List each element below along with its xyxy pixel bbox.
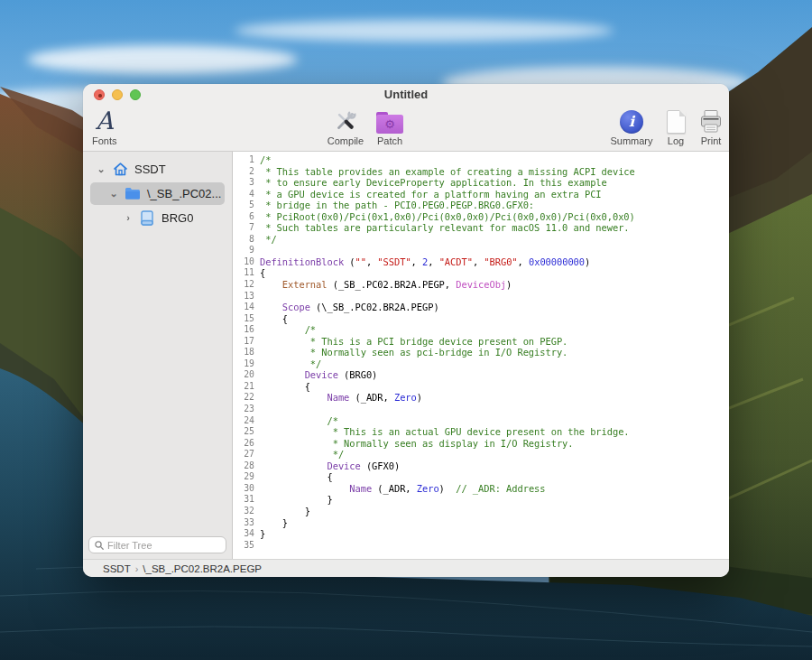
summary-button[interactable]: i Summary — [606, 107, 657, 146]
code-line: 23 — [233, 404, 729, 415]
code-text: { — [260, 471, 333, 483]
code-text: Name (_ADR, Zero) // _ADR: Address — [260, 483, 546, 495]
code-line: 1/* — [233, 154, 729, 166]
chevron-down-icon[interactable]: ⌄ — [96, 164, 106, 174]
line-number: 1 — [233, 154, 260, 166]
code-text: * This is a PCI bridge device present on… — [260, 336, 567, 348]
line-number: 24 — [233, 415, 260, 427]
line-number: 19 — [233, 358, 260, 370]
patch-button[interactable]: ⚙ Patch — [372, 107, 408, 146]
line-number: 26 — [233, 438, 260, 450]
window-chrome: Untitled A Fonts — [83, 84, 729, 152]
app-window: Untitled A Fonts — [83, 84, 729, 577]
print-button[interactable]: Print — [695, 107, 727, 146]
code-text: { — [260, 267, 265, 279]
line-number: 22 — [233, 392, 260, 404]
code-text: DefinitionBlock ("", "SSDT", 2, "ACDT", … — [260, 256, 590, 268]
code-text: External (_SB_.PC02.BR2A.PEGP, DeviceObj… — [260, 279, 512, 291]
acpi-tree: ⌄ SSDT ⌄ — [83, 152, 232, 230]
chevron-right-icon[interactable]: › — [123, 213, 134, 223]
tree-item-label: BRG0 — [161, 211, 193, 225]
code-text: * Normally seen as display in I/O Regist… — [260, 438, 574, 450]
line-number: 14 — [233, 302, 260, 313]
code-line: 2 * This table provides an example of cr… — [233, 166, 729, 178]
code-line: 20 Device (BRG0) — [233, 369, 729, 381]
chevron-down-icon[interactable]: ⌄ — [108, 189, 119, 199]
code-line: 18 * Normally seen as pci-bridge in I/O … — [233, 347, 729, 358]
patch-folder-icon: ⚙ — [376, 112, 403, 134]
printer-icon — [699, 109, 723, 134]
line-number: 29 — [233, 471, 260, 483]
line-number: 28 — [233, 460, 260, 472]
code-text: */ — [260, 358, 321, 370]
fonts-button[interactable]: A Fonts — [92, 107, 117, 146]
status-bar: SSDT › \_SB_.PC02.BR2A.PEGP — [83, 559, 729, 577]
code-text: * to ensure early DeviceProperty applica… — [260, 177, 607, 189]
fonts-icon: A — [96, 108, 114, 134]
filter-tree-input[interactable]: Filter Tree — [88, 536, 226, 553]
code-line: 12 External (_SB_.PC02.BR2A.PEGP, Device… — [233, 279, 729, 291]
code-line: 17 * This is a PCI bridge device present… — [233, 336, 729, 348]
fonts-label: Fonts — [92, 135, 117, 146]
tree-item-label: \_SB_.PC02... — [147, 187, 221, 200]
code-editor[interactable]: 1/*2 * This table provides an example of… — [233, 152, 729, 559]
line-number: 9 — [233, 245, 260, 256]
code-line: 33 } — [233, 517, 729, 529]
line-number: 15 — [233, 313, 260, 325]
code-text: /* — [260, 415, 338, 427]
code-line: 30 Name (_ADR, Zero) // _ADR: Address — [233, 483, 729, 495]
home-icon — [112, 162, 128, 178]
breadcrumb-separator: › — [135, 563, 139, 574]
folder-icon — [125, 186, 141, 202]
line-number: 21 — [233, 381, 260, 393]
code-text: } — [260, 528, 265, 540]
code-line: 19 */ — [233, 358, 729, 370]
code-line: 14 Scope (\_SB_.PC02.BR2A.PEGP) — [233, 302, 729, 313]
code-line: 9 — [233, 245, 729, 256]
line-number: 5 — [233, 200, 260, 211]
log-document-icon — [667, 110, 686, 134]
code-line: 16 /* — [233, 324, 729, 336]
code-line: 24 /* — [233, 415, 729, 427]
code-text: * Such tables are particularly relevant … — [260, 222, 630, 234]
tree-item-sb-pc02[interactable]: ⌄ \_SB_.PC02... — [83, 181, 232, 206]
tree-item-ssdt[interactable]: ⌄ SSDT — [83, 157, 232, 181]
compile-label: Compile — [328, 135, 364, 146]
line-number: 23 — [233, 404, 260, 415]
line-number: 30 — [233, 483, 260, 495]
line-number: 8 — [233, 234, 260, 246]
code-line: 32 } — [233, 506, 729, 517]
code-line: 35 — [233, 540, 729, 552]
log-button[interactable]: Log — [662, 107, 689, 146]
titlebar[interactable]: Untitled — [83, 84, 729, 105]
code-line: 4 * a GPU device is created for a platfo… — [233, 189, 729, 200]
search-icon — [95, 541, 104, 550]
line-number: 32 — [233, 506, 260, 517]
code-line: 15 { — [233, 313, 729, 325]
info-icon: i — [620, 110, 643, 134]
line-number: 4 — [233, 189, 260, 200]
code-line: 8 */ — [233, 234, 729, 246]
line-number: 11 — [233, 267, 260, 279]
code-text: } — [260, 494, 333, 506]
code-text: * Normally seen as pci-bridge in I/O Reg… — [260, 347, 567, 358]
code-text: */ — [260, 234, 277, 246]
line-number: 13 — [233, 291, 260, 302]
code-text: } — [260, 517, 288, 529]
line-number: 18 — [233, 347, 260, 358]
code-line: 11{ — [233, 267, 729, 279]
tree-item-brg0[interactable]: › BRG0 — [83, 206, 232, 230]
code-line: 5 * bridge in the path - PCI0.PEG0.PEGP.… — [233, 200, 729, 211]
code-line: 34} — [233, 528, 729, 540]
code-text: { — [260, 381, 310, 393]
window-title: Untitled — [83, 88, 729, 101]
code-text: Device (BRG0) — [260, 369, 377, 381]
line-number: 20 — [233, 369, 260, 381]
compile-button[interactable]: Compile — [322, 107, 369, 146]
line-number: 33 — [233, 517, 260, 529]
line-number: 2 — [233, 166, 260, 178]
line-number: 3 — [233, 177, 260, 189]
line-number: 12 — [233, 279, 260, 291]
code-line: 7 * Such tables are particularly relevan… — [233, 222, 729, 234]
compile-tools-icon — [333, 108, 358, 134]
